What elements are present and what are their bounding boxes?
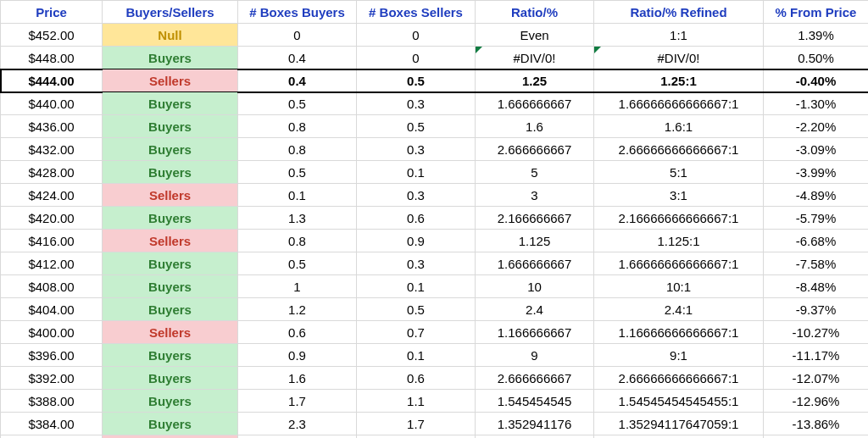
cell-ratio-refined[interactable]: 1.66666666666667:1 — [594, 252, 764, 275]
cell-pct-from-price[interactable]: -14.76% — [764, 435, 869, 439]
cell-boxes-buyers[interactable]: 1.6 — [238, 367, 357, 390]
cell-boxes-buyers[interactable]: 0.4 — [238, 47, 357, 69]
cell-boxes-buyers[interactable]: 0.8 — [238, 230, 357, 252]
cell-pct-from-price[interactable]: -13.86% — [764, 413, 869, 435]
cell-boxes-sellers[interactable]: 2.8 — [357, 435, 476, 439]
cell-ratio-refined[interactable]: 9:1 — [594, 344, 764, 367]
cell-pct-from-price[interactable]: -4.89% — [764, 184, 869, 207]
cell-pct-from-price[interactable]: -8.48% — [764, 275, 869, 298]
cell-ratio[interactable]: 1.352941176 — [476, 413, 594, 435]
cell-price[interactable]: $448.00 — [1, 47, 103, 69]
cell-boxes-sellers[interactable]: 1.1 — [357, 390, 476, 413]
cell-buyers-sellers[interactable]: Buyers — [103, 138, 238, 161]
cell-price[interactable]: $388.00 — [1, 390, 103, 413]
cell-buyers-sellers[interactable]: Buyers — [103, 47, 238, 69]
cell-boxes-buyers[interactable]: 0.6 — [238, 321, 357, 344]
cell-price[interactable]: $392.00 — [1, 367, 103, 390]
cell-boxes-sellers[interactable]: 0 — [357, 47, 476, 69]
cell-boxes-sellers[interactable]: 0.5 — [357, 69, 476, 92]
cell-ratio-refined[interactable]: 1.16666666666667:1 — [594, 321, 764, 344]
cell-ratio[interactable]: 2.666666667 — [476, 138, 594, 161]
cell-pct-from-price[interactable]: -11.17% — [764, 344, 869, 367]
cell-ratio[interactable]: 2.4 — [476, 298, 594, 321]
cell-buyers-sellers[interactable]: Buyers — [103, 413, 238, 435]
cell-ratio-refined[interactable]: 1.66666666666667:1 — [594, 92, 764, 115]
cell-boxes-sellers[interactable]: 0 — [357, 24, 476, 47]
col-ratio[interactable]: Ratio/% — [476, 1, 594, 24]
cell-boxes-buyers[interactable]: 0.8 — [238, 115, 357, 138]
cell-pct-from-price[interactable]: -9.37% — [764, 298, 869, 321]
cell-buyers-sellers[interactable]: Sellers — [103, 230, 238, 252]
cell-pct-from-price[interactable]: 0.50% — [764, 47, 869, 69]
cell-ratio[interactable]: Even — [476, 24, 594, 47]
col-ratio-refined[interactable]: Ratio/% Refined — [594, 1, 764, 24]
cell-boxes-buyers[interactable]: 0.8 — [238, 138, 357, 161]
cell-price[interactable]: $436.00 — [1, 115, 103, 138]
cell-boxes-sellers[interactable]: 0.3 — [357, 92, 476, 115]
cell-boxes-buyers[interactable]: 1.7 — [238, 390, 357, 413]
cell-ratio[interactable]: 9 — [476, 344, 594, 367]
cell-ratio-refined[interactable]: 1:1 — [594, 24, 764, 47]
cell-ratio[interactable]: 1.545454545 — [476, 390, 594, 413]
cell-boxes-sellers[interactable]: 0.3 — [357, 138, 476, 161]
cell-price[interactable]: $380.00 — [1, 435, 103, 439]
cell-pct-from-price[interactable]: 1.39% — [764, 24, 869, 47]
cell-buyers-sellers[interactable]: Buyers — [103, 390, 238, 413]
col-buyers-sellers[interactable]: Buyers/Sellers — [103, 1, 238, 24]
cell-boxes-buyers[interactable]: 0.4 — [238, 69, 357, 92]
cell-boxes-sellers[interactable]: 0.1 — [357, 344, 476, 367]
cell-pct-from-price[interactable]: -3.09% — [764, 138, 869, 161]
cell-boxes-sellers[interactable]: 0.6 — [357, 367, 476, 390]
cell-buyers-sellers[interactable]: Buyers — [103, 344, 238, 367]
cell-pct-from-price[interactable]: -0.40% — [764, 69, 869, 92]
cell-price[interactable]: $416.00 — [1, 230, 103, 252]
cell-price[interactable]: $444.00 — [1, 69, 103, 92]
cell-ratio[interactable]: 2.666666667 — [476, 367, 594, 390]
cell-ratio-refined[interactable]: 2.66666666666667:1 — [594, 367, 764, 390]
cell-buyers-sellers[interactable]: Null — [103, 24, 238, 47]
cell-boxes-buyers[interactable]: 1 — [238, 275, 357, 298]
cell-boxes-buyers[interactable]: 0.5 — [238, 92, 357, 115]
cell-price[interactable]: $400.00 — [1, 321, 103, 344]
cell-buyers-sellers[interactable]: Buyers — [103, 252, 238, 275]
cell-ratio-refined[interactable]: 2.4:1 — [594, 298, 764, 321]
cell-ratio-refined[interactable]: 3:1 — [594, 184, 764, 207]
cell-buyers-sellers[interactable]: Buyers — [103, 161, 238, 184]
cell-pct-from-price[interactable]: -7.58% — [764, 252, 869, 275]
cell-boxes-sellers[interactable]: 0.3 — [357, 252, 476, 275]
cell-ratio[interactable]: 1.125 — [476, 230, 594, 252]
col-price[interactable]: Price — [1, 1, 103, 24]
cell-buyers-sellers[interactable]: Buyers — [103, 298, 238, 321]
cell-price[interactable]: $440.00 — [1, 92, 103, 115]
cell-buyers-sellers[interactable]: Buyers — [103, 115, 238, 138]
cell-buyers-sellers[interactable]: Buyers — [103, 367, 238, 390]
cell-price[interactable]: $428.00 — [1, 161, 103, 184]
cell-boxes-buyers[interactable]: 0.5 — [238, 252, 357, 275]
cell-ratio[interactable]: 1.333333333 — [476, 435, 594, 439]
cell-buyers-sellers[interactable]: Buyers — [103, 275, 238, 298]
cell-ratio[interactable]: 3 — [476, 184, 594, 207]
cell-ratio-refined[interactable]: 1.35294117647059:1 — [594, 413, 764, 435]
cell-pct-from-price[interactable]: -2.20% — [764, 115, 869, 138]
cell-price[interactable]: $424.00 — [1, 184, 103, 207]
cell-boxes-buyers[interactable]: 0.9 — [238, 344, 357, 367]
col-pct-from-price[interactable]: % From Price — [764, 1, 869, 24]
cell-pct-from-price[interactable]: -1.30% — [764, 92, 869, 115]
cell-boxes-sellers[interactable]: 0.5 — [357, 298, 476, 321]
cell-buyers-sellers[interactable]: Sellers — [103, 435, 238, 439]
cell-buyers-sellers[interactable]: Sellers — [103, 321, 238, 344]
cell-boxes-sellers[interactable]: 0.9 — [357, 230, 476, 252]
cell-price[interactable]: $432.00 — [1, 138, 103, 161]
col-boxes-sellers[interactable]: # Boxes Sellers — [357, 1, 476, 24]
cell-price[interactable]: $396.00 — [1, 344, 103, 367]
cell-ratio[interactable]: 1.666666667 — [476, 252, 594, 275]
cell-price[interactable]: $404.00 — [1, 298, 103, 321]
cell-buyers-sellers[interactable]: Sellers — [103, 69, 238, 92]
cell-ratio[interactable]: 1.6 — [476, 115, 594, 138]
cell-buyers-sellers[interactable]: Buyers — [103, 207, 238, 230]
cell-ratio[interactable]: 1.166666667 — [476, 321, 594, 344]
cell-pct-from-price[interactable]: -10.27% — [764, 321, 869, 344]
cell-ratio-refined[interactable]: 1.25:1 — [594, 69, 764, 92]
cell-price[interactable]: $408.00 — [1, 275, 103, 298]
cell-ratio[interactable]: 10 — [476, 275, 594, 298]
